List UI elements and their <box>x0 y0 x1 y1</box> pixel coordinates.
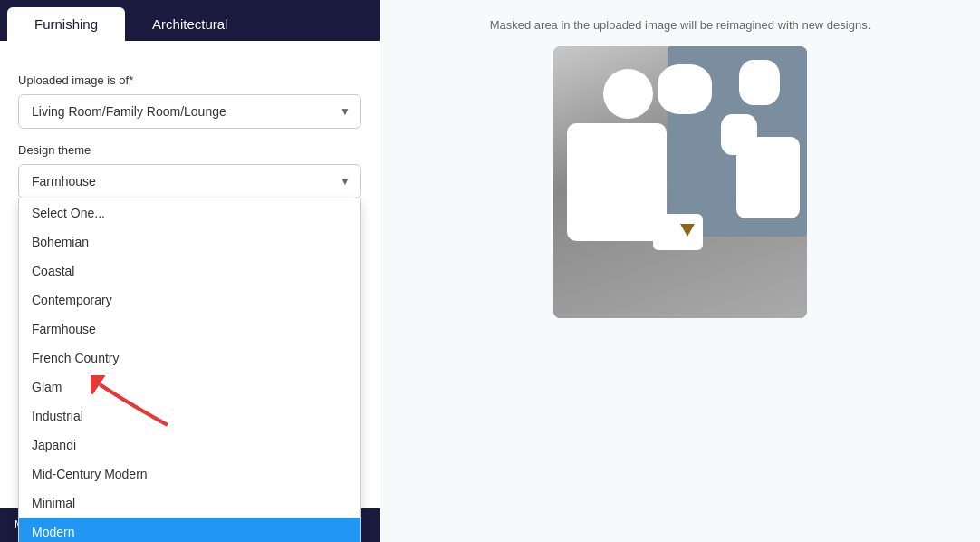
tab-furnishing[interactable]: Furnishing <box>7 7 125 41</box>
dropdown-item-bohemian[interactable]: Bohemian <box>19 227 360 256</box>
info-text: Masked area in the uploaded image will b… <box>402 18 958 32</box>
image-inner <box>553 46 807 318</box>
dropdown-item-mid-century[interactable]: Mid-Century Modern <box>19 460 360 489</box>
design-theme-wrapper: Farmhouse ▼ Select One... Bohemian Coast… <box>18 164 361 198</box>
room-select-wrapper: Living Room/Family Room/Lounge ▼ <box>18 94 361 129</box>
panel-content: Uploaded image is of* Living Room/Family… <box>0 41 380 255</box>
image-preview <box>553 46 807 318</box>
dropdown-item-coastal[interactable]: Coastal <box>19 256 360 286</box>
dropdown-item-contemporary[interactable]: Contemporary <box>19 286 360 315</box>
dropdown-item-minimal[interactable]: Minimal <box>19 489 360 518</box>
dropdown-item-modern[interactable]: Modern <box>19 518 360 542</box>
design-theme-label: Design theme <box>18 143 361 157</box>
tab-architectural[interactable]: Architectural <box>125 7 255 41</box>
design-theme-select[interactable]: Farmhouse <box>18 164 361 198</box>
room-field-label: Uploaded image is of* <box>18 73 361 87</box>
arrow-indicator <box>91 375 172 433</box>
design-theme-dropdown: Select One... Bohemian Coastal Contempor… <box>18 198 361 542</box>
dropdown-item-industrial[interactable]: Industrial <box>19 402 360 431</box>
dropdown-item-japandi[interactable]: Japandi <box>19 431 360 460</box>
right-panel: Masked area in the uploaded image will b… <box>380 0 980 542</box>
tab-bar: Furnishing Architectural <box>0 0 380 41</box>
dropdown-item-select-one[interactable]: Select One... <box>19 198 360 227</box>
dropdown-item-french-country[interactable]: French Country <box>19 344 360 373</box>
dropdown-item-glam[interactable]: Glam <box>19 373 360 402</box>
room-select[interactable]: Living Room/Family Room/Lounge <box>18 94 361 129</box>
dropdown-item-farmhouse[interactable]: Farmhouse <box>19 315 360 344</box>
left-panel: Furnishing Architectural Uploaded image … <box>0 0 380 542</box>
